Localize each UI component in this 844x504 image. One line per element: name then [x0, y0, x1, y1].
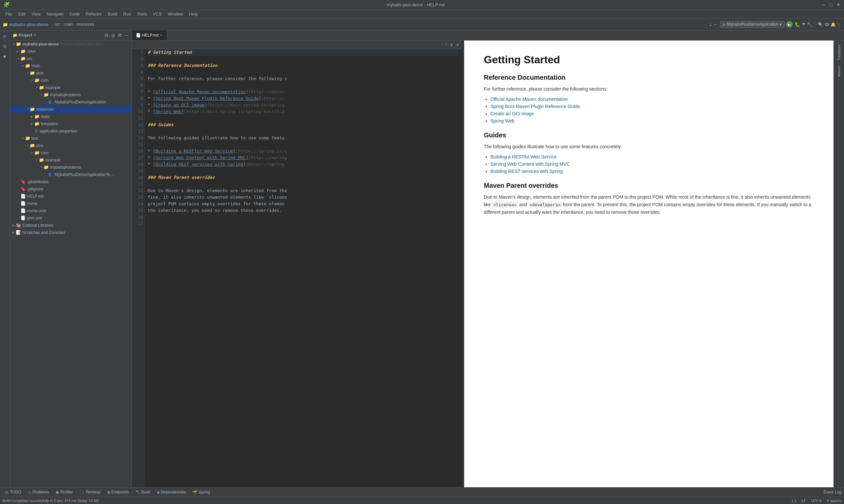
tree-toggle-mybatisplusdemo[interactable]: ▾ — [39, 93, 44, 96]
project-panel-toggle[interactable]: P — [0, 32, 10, 41]
tree-toggle-test[interactable]: ▾ — [20, 137, 25, 140]
next-occurrence-button[interactable]: ∨ — [456, 42, 459, 47]
tree-item-scratches[interactable]: ▶ 📝 Scratches and Consoles — [10, 229, 132, 236]
tree-toggle-scratches[interactable]: ▶ — [11, 231, 16, 234]
spring-tab[interactable]: 🌱 Spring — [190, 489, 213, 495]
preview-link-serving-web[interactable]: Serving Web Content with Spring MVC — [490, 161, 570, 167]
line-ending-indicator[interactable]: LF — [802, 499, 806, 503]
tree-item-gitattributes[interactable]: 🔖 .gitattributes — [10, 178, 132, 185]
preview-link-rest-spring[interactable]: Building REST services with Spring — [490, 169, 563, 174]
cursor-position[interactable]: 1:1 — [792, 499, 796, 503]
menu-edit[interactable]: Edit — [16, 11, 28, 17]
run-config-selector[interactable]: ▶ MybatisPlusDemoApplication ▾ — [720, 21, 785, 28]
endpoints-tab[interactable]: ⊞ Endpoints — [104, 489, 132, 495]
tree-item-example[interactable]: ▾ 📁 example — [10, 84, 132, 91]
more-button[interactable]: ⋮ — [837, 22, 841, 27]
tree-item-app-tests[interactable]: C MybatisPlusDemoApplicationTe... — [10, 171, 132, 178]
code-content[interactable]: # Getting Started ### Reference Document… — [145, 49, 462, 487]
search-everywhere-button[interactable]: 🔍 — [818, 22, 823, 27]
database-panel-toggle[interactable]: Database — [836, 42, 842, 62]
settings-button[interactable]: ⚙ — [825, 21, 829, 28]
tree-item-java-test[interactable]: ▾ 📁 java — [10, 142, 132, 149]
tree-toggle-src[interactable]: ▾ — [16, 57, 20, 60]
tree-item-helpmd[interactable]: 📄 HELP.md — [10, 193, 132, 200]
favorites-panel-toggle[interactable]: ★ — [0, 52, 10, 61]
editor-pane[interactable]: ✓ 1 ∧ ∨ 1 2 3 4 5 6 7 — [132, 40, 462, 487]
preview-link-maven[interactable]: Official Apache Maven documentation — [490, 96, 568, 102]
dependencies-tab[interactable]: ◈ Dependencies — [154, 489, 189, 495]
menu-refactor[interactable]: Refactor — [83, 11, 104, 17]
tree-item-example-test[interactable]: ▾ 📁 example — [10, 157, 132, 164]
tree-item-ext-libs[interactable]: ▶ 📚 External Libraries — [10, 222, 132, 229]
indent-indicator[interactable]: 4 spaces — [827, 499, 841, 503]
tree-item-java[interactable]: ▾ 📁 java — [10, 70, 132, 77]
structure-panel-toggle[interactable]: S — [0, 42, 10, 51]
tree-item-mybatisplusdemo[interactable]: ▾ 📁 mybatisplusdemo — [10, 91, 132, 98]
tree-toggle-root[interactable]: ▾ — [11, 42, 16, 46]
prev-occurrence-button[interactable]: ∧ — [450, 42, 453, 47]
profiler-tab[interactable]: ◉ Profiler — [53, 489, 75, 495]
back-button[interactable]: ← — [713, 21, 719, 28]
tree-item-root[interactable]: ▾ 📁 mybatis-plus-demo D:\code\mybatis-pl… — [10, 40, 132, 48]
menu-help[interactable]: Help — [186, 11, 201, 17]
menu-build[interactable]: Build — [105, 11, 120, 17]
menu-window[interactable]: Window — [165, 11, 186, 17]
tab-helpmd-close[interactable]: ✕ — [160, 33, 163, 38]
tree-toggle-com-test[interactable]: ▾ — [30, 151, 34, 155]
menu-vcs[interactable]: VCS — [150, 11, 165, 17]
tree-item-src[interactable]: ▾ 📁 src — [10, 55, 132, 62]
tree-toggle-static[interactable]: ▶ — [30, 115, 34, 118]
tree-toggle-resources[interactable]: ▾ — [25, 107, 30, 111]
problems-tab[interactable]: ⚠ Problems — [25, 489, 52, 495]
tree-item-test[interactable]: ▾ 📁 test — [10, 135, 132, 142]
tree-item-resources[interactable]: ▾ 📁 resources — [10, 106, 132, 113]
tree-item-templates[interactable]: ▶ 📁 templates — [10, 120, 132, 127]
tree-item-mvnw[interactable]: 📄 mvnw — [10, 200, 132, 207]
menu-file[interactable]: File — [3, 11, 15, 17]
preview-link-spring-web[interactable]: Spring Web — [490, 118, 515, 124]
tab-helpmd[interactable]: 📄 HELP.md ✕ — [132, 30, 167, 40]
tree-item-com-test[interactable]: ▾ 📁 com — [10, 149, 132, 157]
debug-button[interactable]: 🐛 — [794, 21, 800, 28]
menu-navigate[interactable]: Navigate — [44, 11, 66, 17]
tree-toggle-main[interactable]: ▾ — [20, 64, 25, 68]
panel-dropdown-icon[interactable]: ▾ — [34, 33, 36, 38]
tree-item-app-class[interactable]: C MybatisPlusDemoApplication — [10, 98, 132, 106]
run-button[interactable]: ▶ — [786, 21, 793, 28]
encoding-indicator[interactable]: UTF-8 — [811, 499, 822, 503]
menu-view[interactable]: View — [29, 11, 43, 17]
menu-run[interactable]: Run — [121, 11, 134, 17]
tree-item-mvn[interactable]: ▶ 📁 .mvn — [10, 48, 132, 55]
terminal-tab[interactable]: ⬛ Terminal — [77, 489, 103, 495]
tree-toggle-java[interactable]: ▾ — [25, 71, 30, 75]
event-log-button[interactable]: Event Log — [824, 490, 841, 494]
tree-toggle-ext-libs[interactable]: ▶ — [11, 223, 16, 227]
tree-item-com[interactable]: ▾ 📁 com — [10, 77, 132, 84]
todo-tab[interactable]: ☑ TODO — [3, 489, 24, 495]
tree-toggle-com[interactable]: ▾ — [30, 78, 34, 82]
tree-toggle-example[interactable]: ▾ — [34, 86, 39, 89]
tree-toggle-mvn[interactable]: ▶ — [16, 49, 20, 53]
tree-item-gitignore[interactable]: 🔖 .gitignore — [10, 185, 132, 193]
maximize-button[interactable]: □ — [829, 2, 833, 7]
preview-link-restful[interactable]: Building a RESTful Web Service — [490, 154, 557, 159]
panel-settings-button[interactable]: ⚙ — [117, 33, 122, 38]
tree-item-app-props[interactable]: ⚙ application.properties — [10, 127, 132, 135]
preview-link-spring-maven[interactable]: Spring Boot Maven Plugin Reference Guide — [490, 104, 580, 109]
tree-toggle-java-test[interactable]: ▾ — [25, 144, 30, 147]
tree-item-mvnw-cmd[interactable]: 📄 mvnw.cmd — [10, 207, 132, 214]
close-button[interactable]: ✕ — [836, 2, 841, 7]
tree-item-main[interactable]: ▾ 📁 main — [10, 62, 132, 70]
panel-hide-button[interactable]: ─ — [124, 33, 129, 38]
minimize-button[interactable]: ─ — [822, 2, 826, 7]
menu-code[interactable]: Code — [67, 11, 82, 17]
menu-tools[interactable]: Tools — [135, 11, 150, 17]
maven-panel-toggle[interactable]: Maven — [836, 63, 842, 79]
tree-toggle-example-test[interactable]: ▾ — [34, 158, 39, 162]
tree-item-pomxml[interactable]: 📑 pom.xml — [10, 214, 132, 222]
tree-item-static[interactable]: ▶ 📁 static — [10, 113, 132, 120]
notifications-button[interactable]: 🔔 — [830, 22, 836, 27]
tree-toggle-mybatisplusdemo-test[interactable]: ▾ — [39, 165, 44, 169]
preview-link-oci[interactable]: Create an OCI image — [490, 111, 534, 116]
coverage-button[interactable]: ☂ — [802, 22, 806, 27]
